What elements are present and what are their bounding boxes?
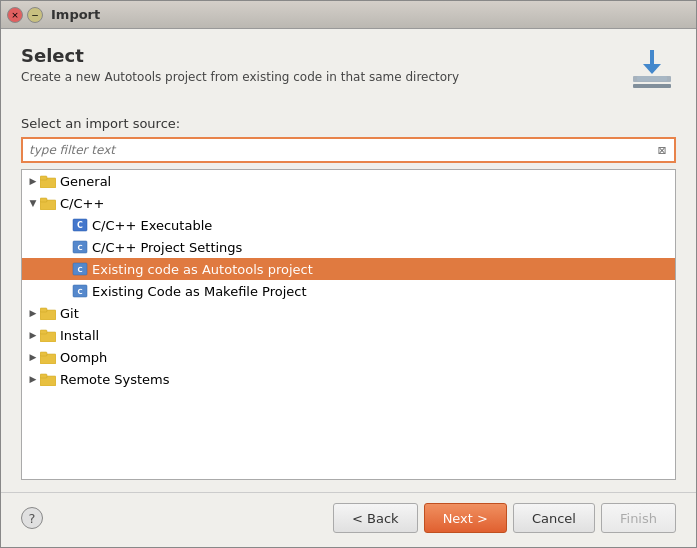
- svg-rect-1: [633, 84, 671, 88]
- tree-container[interactable]: ▶ General▼ C/C++ C C/C++ Executable C C/…: [21, 169, 676, 480]
- import-graphic-icon: [629, 46, 675, 92]
- svg-text:C: C: [77, 244, 82, 252]
- tree-item-git[interactable]: ▶ Git: [22, 302, 675, 324]
- window-controls: × −: [7, 7, 43, 23]
- page-subtitle: Create a new Autotools project from exis…: [21, 70, 628, 84]
- cancel-button[interactable]: Cancel: [513, 503, 595, 533]
- main-content: Select Create a new Autotools project fr…: [1, 29, 696, 492]
- tree-label-cpp-makefile: Existing Code as Makefile Project: [92, 284, 307, 299]
- import-dialog: × − Import Select Create a new Autotools…: [0, 0, 697, 548]
- tree-label-oomph: Oomph: [60, 350, 107, 365]
- svg-rect-21: [40, 330, 47, 334]
- svg-rect-9: [40, 198, 47, 202]
- folder-icon-oomph: [40, 350, 56, 364]
- tree-label-general: General: [60, 174, 111, 189]
- tree-label-cpp-settings: C/C++ Project Settings: [92, 240, 242, 255]
- svg-text:C: C: [77, 221, 83, 230]
- header-text: Select Create a new Autotools project fr…: [21, 45, 628, 100]
- tree-toggle-cpp[interactable]: ▼: [26, 196, 40, 210]
- back-button[interactable]: < Back: [333, 503, 418, 533]
- close-button[interactable]: ×: [7, 7, 23, 23]
- svg-rect-23: [40, 352, 47, 356]
- next-button[interactable]: Next >: [424, 503, 507, 533]
- help-button[interactable]: ?: [21, 507, 43, 529]
- svg-text:C: C: [77, 266, 82, 274]
- header-row: Select Create a new Autotools project fr…: [21, 45, 676, 100]
- svg-marker-4: [643, 64, 661, 74]
- import-icon: [628, 45, 676, 93]
- folder-icon-cpp: [40, 196, 56, 210]
- source-label: Select an import source:: [21, 116, 676, 131]
- svg-rect-19: [40, 308, 47, 312]
- tree-label-cpp-autotools: Existing code as Autotools project: [92, 262, 313, 277]
- tree-toggle-git[interactable]: ▶: [26, 306, 40, 320]
- tree-item-cpp[interactable]: ▼ C/C++: [22, 192, 675, 214]
- filter-clear-button[interactable]: ⊠: [652, 140, 672, 160]
- window-title: Import: [51, 7, 100, 22]
- tree-toggle-remote[interactable]: ▶: [26, 372, 40, 386]
- finish-button[interactable]: Finish: [601, 503, 676, 533]
- tree-label-install: Install: [60, 328, 99, 343]
- tree-item-install[interactable]: ▶ Install: [22, 324, 675, 346]
- tree-toggle-cpp-settings[interactable]: [58, 240, 72, 254]
- navigation-buttons: < Back Next > Cancel Finish: [333, 503, 676, 533]
- folder-icon-install: [40, 328, 56, 342]
- folder-icon-git: [40, 306, 56, 320]
- folder-icon-general: [40, 174, 56, 188]
- tree-label-remote: Remote Systems: [60, 372, 170, 387]
- item-icon-cpp-autotools: C: [72, 262, 88, 276]
- svg-rect-7: [40, 176, 47, 180]
- item-icon-cpp-makefile: C: [72, 284, 88, 298]
- tree-toggle-cpp-autotools[interactable]: [58, 262, 72, 276]
- tree-item-general[interactable]: ▶ General: [22, 170, 675, 192]
- tree-toggle-oomph[interactable]: ▶: [26, 350, 40, 364]
- folder-icon-remote: [40, 372, 56, 386]
- item-icon-cpp-settings: C: [72, 240, 88, 254]
- filter-row[interactable]: ⊠: [21, 137, 676, 163]
- title-bar: × − Import: [1, 1, 696, 29]
- svg-rect-25: [40, 374, 47, 378]
- tree-toggle-cpp-exe[interactable]: [58, 218, 72, 232]
- tree-label-cpp: C/C++: [60, 196, 104, 211]
- tree-toggle-install[interactable]: ▶: [26, 328, 40, 342]
- tree-toggle-general[interactable]: ▶: [26, 174, 40, 188]
- button-bar: ? < Back Next > Cancel Finish: [1, 492, 696, 547]
- tree-item-oomph[interactable]: ▶ Oomph: [22, 346, 675, 368]
- tree-label-cpp-exe: C/C++ Executable: [92, 218, 212, 233]
- tree-item-remote[interactable]: ▶ Remote Systems: [22, 368, 675, 390]
- tree-toggle-cpp-makefile[interactable]: [58, 284, 72, 298]
- tree-item-cpp-autotools[interactable]: C Existing code as Autotools project: [22, 258, 675, 280]
- tree-item-cpp-makefile[interactable]: C Existing Code as Makefile Project: [22, 280, 675, 302]
- svg-text:C: C: [77, 288, 82, 296]
- item-icon-cpp-exe: C: [72, 218, 88, 232]
- page-title: Select: [21, 45, 628, 66]
- svg-rect-5: [637, 76, 667, 81]
- filter-input[interactable]: [23, 143, 652, 157]
- minimize-button[interactable]: −: [27, 7, 43, 23]
- tree-item-cpp-exe[interactable]: C C/C++ Executable: [22, 214, 675, 236]
- tree-label-git: Git: [60, 306, 79, 321]
- tree-item-cpp-settings[interactable]: C C/C++ Project Settings: [22, 236, 675, 258]
